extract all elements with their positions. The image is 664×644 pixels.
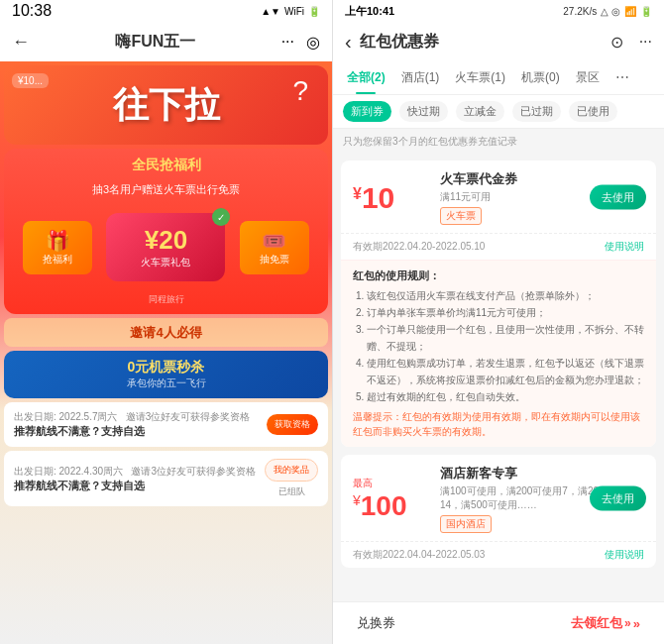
more-icon-r[interactable]: ··· [639,33,652,51]
left-panel: 10:38 ▲▼ WiFi 🔋 ← 嗨FUN五一 ··· ◎ 往下拉 ? ¥10… [0,0,332,644]
more-icon[interactable]: ··· [281,33,294,52]
wifi-icon: WiFi [284,6,304,17]
welfare-subtitle: 抽3名用户赠送火车票出行免票 [16,182,316,197]
left-nav: ← 嗨FUN五一 ··· ◎ [0,22,332,61]
coupon-prefix: ¥ [145,225,159,255]
tab-all[interactable]: 全部(2) [341,61,391,94]
rule-5: 超过有效期的红包，红包自动失效。 [367,388,644,405]
hero-text: 往下拉 [113,81,220,130]
hotel-coupon-header: 最高 ¥100 酒店新客专享 满100可使用，满200可使用7，满200可使用1… [341,455,656,542]
welfare-title: 全民抢福利 [16,157,316,174]
coupon-amount-display: ¥20 [122,225,209,256]
scratch-button[interactable]: 🎟️ 抽免票 [240,221,309,274]
flight-date-2: 出发日期: 2022.4.30周六 邀请3位好友可获得参奖资格 [14,465,265,479]
hint-text: 只为您保留3个月的红包优惠券充值记录 [333,129,664,155]
right-panel: 上午10:41 27.2K/s △ ◎ 📶 🔋 ‹ 红包优惠券 ⊙ ··· 全部… [332,0,664,644]
right-nav-title: 红包优惠券 [360,32,603,53]
rule-3: 一个订单只能使用一个红包，且使用一次性使用，不拆分、不转赠、不提现； [367,321,644,355]
filter-expiring[interactable]: 快过期 [399,101,448,122]
flight-desc-1: 推荐航线不满意？支持自选 [14,424,267,439]
train-type-badge: 火车票 [440,207,482,225]
my-prize-button[interactable]: 我的奖品 [265,459,318,482]
invite-section: 邀请4人必得 [4,318,328,347]
gift-area: 🎁 抢福利 ✓ ¥20 火车票礼包 🎟️ 抽免票 [16,205,316,289]
flight-info-1: 出发日期: 2022.5.7周六 邀请3位好友可获得参奖资格 推荐航线不满意？支… [14,410,267,439]
filter-bar: 新到券 快过期 立减金 已过期 已使用 [333,95,664,129]
flight-card-1: 出发日期: 2022.5.7周六 邀请3位好友可获得参奖资格 推荐航线不满意？支… [4,402,328,447]
rule-1: 该红包仅适用火车票在线支付产品（抢票单除外）； [367,287,644,304]
hero-question: ? [292,75,308,107]
hotel-max-prefix: 最高 [353,477,373,490]
bottom-bar: 兑换券 去领红包» [333,601,664,644]
coupon-rules-title: 红包的使用规则： [353,268,644,283]
train-valid-date: 有效期2022.04.20-2022.05.10 [353,240,485,254]
brand-tag: 同程旅行 [16,293,316,306]
get-qualification-button[interactable]: 获取资格 [267,414,318,435]
right-back-icon[interactable]: ‹ [345,31,352,54]
hotel-coupon-amount: 最高 ¥100 [353,477,432,522]
center-coupon: ✓ ¥20 火车票礼包 [106,213,225,281]
left-status-bar: 10:38 ▲▼ WiFi 🔋 [0,0,332,22]
flight-cards: 出发日期: 2022.5.7周六 邀请3位好友可获得参奖资格 推荐航线不满意？支… [4,402,328,506]
tab-more[interactable]: ⋯ [609,61,635,94]
right-time: 上午10:41 [345,4,394,19]
flash-title: 0元机票秒杀 [128,359,205,376]
filter-instant[interactable]: 立减金 [456,101,504,122]
train-use-button[interactable]: 去使用 [590,184,646,209]
left-gift-box[interactable]: 🎁 抢福利 [23,221,92,274]
hotel-coupon-card: 最高 ¥100 酒店新客专享 满100可使用，满200可使用7，满200可使用1… [341,455,656,568]
scratch-label: 抽免票 [252,253,297,267]
left-nav-icons: ··· ◎ [281,33,320,52]
flight-desc-2: 推荐航线不满意？支持自选 [14,479,265,493]
filter-new[interactable]: 新到券 [343,101,391,122]
left-gift-label: 抢福利 [35,253,80,267]
train-coupon-card: ¥10 火车票代金券 满11元可用 火车票 去使用 有效期2022.04.20-… [341,161,656,447]
rule-2: 订单内单张车票单价均满11元方可使用； [367,304,644,321]
signal-icon: ▲▼ [261,6,280,17]
right-nav: ‹ 红包优惠券 ⊙ ··· [333,22,664,61]
flight-date-1: 出发日期: 2022.5.7周六 邀请3位好友可获得参奖资格 [14,410,267,424]
coupon-name: 火车票礼包 [122,256,209,269]
train-usage-note: 使用说明 [605,240,644,254]
invite-text: 邀请4人必得 [130,325,201,340]
coupon-amount-val: 20 [159,225,187,255]
tab-train[interactable]: 火车票(1) [449,61,511,94]
rule-4: 使用红包购票成功订单，若发生退票，红包予以返还（线下退票不返还），系统将按应退票… [367,355,644,388]
share-icon[interactable]: ⊙ [610,33,623,52]
left-content: 往下拉 ? ¥10... 全民抢福利 抽3名用户赠送火车票出行免票 🎁 抢福利 … [0,61,332,644]
battery-icon: 🔋 [308,6,320,17]
wifi-icon-r: 📶 [624,6,636,17]
hotel-coupon-validity: 有效期2022.04.04-2022.05.03 使用说明 [341,542,656,568]
speed-label: 27.2K/s [563,6,597,17]
right-status-icons: 27.2K/s △ ◎ 📶 🔋 [563,6,652,17]
flight-card-2: 出发日期: 2022.4.30周六 邀请3位好友可获得参奖资格 推荐航线不满意？… [4,451,328,506]
tab-hotel[interactable]: 酒店(1) [395,61,446,94]
left-time: 10:38 [12,2,52,20]
coupon-list: ¥10 火车票代金券 满11元可用 火车票 去使用 有效期2022.04.20-… [333,155,664,601]
filter-used[interactable]: 已使用 [569,101,617,122]
back-icon[interactable]: ← [12,32,30,53]
coupon-checkmark: ✓ [212,208,230,226]
exchange-coupon-button[interactable]: 兑换券 [349,610,403,636]
left-nav-title: 嗨FUN五一 [30,32,281,53]
signal-icon-r: △ ◎ [601,6,620,17]
hotel-use-button[interactable]: 去使用 [590,485,646,510]
flight-info-2: 出发日期: 2022.4.30周六 邀请3位好友可获得参奖资格 推荐航线不满意？… [14,465,265,493]
hotel-coupon-name: 酒店新客专享 [440,465,644,483]
target-icon[interactable]: ◎ [306,33,320,52]
hotel-type-badge: 国内酒店 [440,515,492,533]
hotel-valid-date: 有效期2022.04.04-2022.05.03 [353,548,485,562]
flash-subtitle: 承包你的五一飞行 [127,376,206,390]
train-coupon-detail: 红包的使用规则： 该红包仅适用火车票在线支付产品（抢票单除外）； 订单内单张车票… [341,260,656,447]
welfare-section: 全民抢福利 抽3名用户赠送火车票出行免票 🎁 抢福利 ✓ ¥20 火车票礼包 [4,149,328,314]
get-red-packet-button[interactable]: 去领红包» [563,610,648,636]
tab-bar: 全部(2) 酒店(1) 火车票(1) 机票(0) 景区 ⋯ [333,61,664,95]
already-team-label: 已组队 [278,485,305,498]
hotel-usage-note: 使用说明 [605,548,644,562]
tab-flight[interactable]: 机票(0) [515,61,566,94]
tab-scenic[interactable]: 景区 [570,61,606,94]
battery-icon-r: 🔋 [640,6,652,17]
flash-section: 0元机票秒杀 承包你的五一飞行 [4,351,328,398]
filter-expired[interactable]: 已过期 [512,101,561,122]
train-coupon-header: ¥10 火车票代金券 满11元可用 火车票 去使用 [341,161,656,234]
